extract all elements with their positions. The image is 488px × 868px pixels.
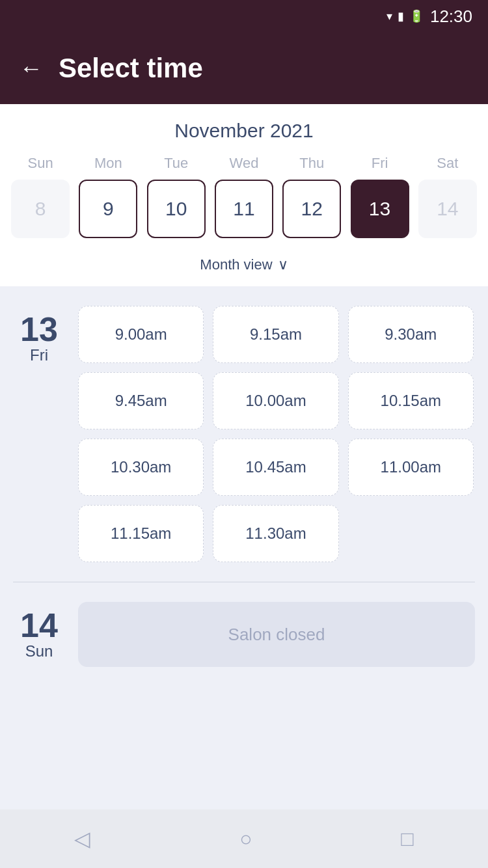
back-button[interactable]: ← (20, 57, 43, 80)
battery-icon: 🔋 (409, 9, 424, 23)
calendar-section: November 2021 Sun Mon Tue Wed Thu Fri Sa… (0, 104, 488, 286)
header: ← Select time (0, 33, 488, 104)
time-slot-945am[interactable]: 9.45am (78, 372, 204, 429)
month-label: November 2021 (0, 120, 488, 142)
day-13-label: 13 Fri (13, 306, 65, 562)
date-8[interactable]: 8 (11, 180, 70, 238)
time-slot-1130am[interactable]: 11.30am (213, 505, 338, 562)
day-14-section: 14 Sun Salon closed (13, 602, 475, 667)
status-time: 12:30 (430, 7, 472, 27)
dates-row: 8 9 10 11 12 13 14 (0, 180, 488, 238)
day-14-number: 14 (20, 608, 58, 642)
weekday-tue: Tue (147, 155, 206, 172)
date-13[interactable]: 13 (351, 180, 409, 238)
weekday-fri: Fri (351, 155, 409, 172)
chevron-down-icon: ∨ (278, 256, 288, 273)
time-slot-1100am[interactable]: 11.00am (348, 439, 474, 496)
time-slot-1030am[interactable]: 10.30am (78, 439, 204, 496)
day-13-name: Fri (30, 346, 48, 364)
weekday-wed: Wed (215, 155, 273, 172)
date-12[interactable]: 12 (282, 180, 341, 238)
page-title: Select time (59, 53, 203, 84)
time-slot-1000am[interactable]: 10.00am (213, 372, 338, 429)
time-slot-1045am[interactable]: 10.45am (213, 439, 338, 496)
section-divider (13, 582, 475, 582)
home-nav-button[interactable]: ○ (239, 827, 252, 851)
time-slot-930am[interactable]: 9.30am (348, 306, 474, 363)
month-view-label: Month view (200, 256, 272, 273)
signal-icon: ▮ (398, 9, 404, 23)
day-13-time-grid: 9.00am 9.15am 9.30am 9.45am 10.00am 10.1… (78, 306, 475, 562)
time-slot-915am[interactable]: 9.15am (213, 306, 338, 363)
status-bar: ▾ ▮ 🔋 12:30 (0, 0, 488, 33)
weekday-mon: Mon (79, 155, 137, 172)
recent-nav-button[interactable]: □ (401, 827, 413, 851)
weekday-row: Sun Mon Tue Wed Thu Fri Sat (0, 155, 488, 172)
time-slot-1015am[interactable]: 10.15am (348, 372, 474, 429)
day-13-number: 13 (20, 312, 58, 346)
date-11[interactable]: 11 (215, 180, 273, 238)
weekday-thu: Thu (282, 155, 341, 172)
wifi-icon: ▾ (386, 9, 392, 23)
back-nav-button[interactable]: ◁ (74, 826, 90, 851)
weekday-sun: Sun (11, 155, 70, 172)
date-9[interactable]: 9 (79, 180, 137, 238)
time-slot-900am[interactable]: 9.00am (78, 306, 204, 363)
salon-closed-box: Salon closed (78, 602, 475, 667)
date-10[interactable]: 10 (147, 180, 206, 238)
day-13-section: 13 Fri 9.00am 9.15am 9.30am 9.45am 10.00… (13, 306, 475, 562)
time-slots-section: 13 Fri 9.00am 9.15am 9.30am 9.45am 10.00… (0, 286, 488, 809)
date-14[interactable]: 14 (418, 180, 477, 238)
time-slot-1115am[interactable]: 11.15am (78, 505, 204, 562)
month-view-toggle[interactable]: Month view ∨ (0, 249, 488, 286)
status-icons: ▾ ▮ 🔋 (386, 9, 424, 23)
day-14-label: 14 Sun (13, 602, 65, 667)
bottom-nav: ◁ ○ □ (0, 809, 488, 868)
weekday-sat: Sat (418, 155, 477, 172)
day-14-name: Sun (25, 642, 53, 660)
salon-closed-label: Salon closed (228, 625, 325, 645)
